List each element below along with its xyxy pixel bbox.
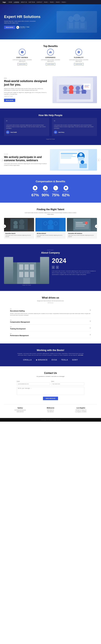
talent-card-hr: HR Recruitment Lorem ipsum dolor sit ame… <box>35 218 65 239</box>
svg-rect-26 <box>61 156 76 157</box>
nav-logo[interactable]: logo <box>3 1 6 3</box>
faq-1-header[interactable]: 01. Recruitment Staffing ∧ <box>10 308 91 312</box>
faq-3-num: 03. <box>10 326 26 328</box>
nav-landing[interactable]: LANDING <box>14 2 19 3</box>
real-world-image-box <box>53 76 97 103</box>
real-world-section: lorem Real-world solutions designed just… <box>0 71 101 108</box>
svg-rect-4 <box>69 22 73 28</box>
svg-rect-27 <box>61 158 71 158</box>
talent-carousel: ‹ Executive Search Lorem ipsum dolor sit… <box>4 218 97 239</box>
bests-highlight: our motto <box>78 354 83 356</box>
compensation-grid: Benefits 67% Trainings 90% Recruitment 7… <box>4 186 97 197</box>
about-nav: ‹ › <box>52 266 97 269</box>
how-help-section: How We Help People " Lorem ipsum dolor s… <box>0 108 101 145</box>
message-field-group <box>17 387 84 395</box>
comp-recruitment-label: Recruitment <box>52 191 59 192</box>
hero-call: 📞 Call 24hrs / 7 days number here <box>16 26 29 29</box>
call-sub: number here <box>20 28 29 28</box>
forums-carousel-prev-button[interactable]: ‹ <box>1 158 4 162</box>
forums-small-label: GUIDE <box>4 154 47 155</box>
partner-logos: CROLLA ◈ BINANCE EV3A TESLA SONY <box>4 359 97 361</box>
contact-offices: Sydney 45 Pirrama Rd PyrmontNSW 2009 AU … <box>4 404 97 412</box>
comp-benefits-percent: 67% <box>31 193 39 197</box>
how-help-title: How We Help People <box>4 114 97 117</box>
svg-point-42 <box>54 222 58 225</box>
benefits-title: Top Benefits <box>4 45 97 48</box>
nav-page2[interactable]: PAGE 2 <box>50 2 54 3</box>
flexibility-icon <box>75 49 82 56</box>
nav-page3[interactable]: PAGE 3 <box>56 2 60 3</box>
svg-rect-53 <box>25 264 29 270</box>
bests-title: Working with the Bests! <box>4 349 97 352</box>
hero-image <box>57 11 97 33</box>
talent-section: Finding the Right Talent Lorem ipsum dol… <box>0 203 101 244</box>
compensation-title: Compensation & Benefits <box>4 180 97 183</box>
about-prev-button[interactable]: ‹ <box>52 266 55 269</box>
message-textarea[interactable] <box>17 387 84 395</box>
drives-sub: Edit the text <box>4 302 97 303</box>
office-los-angeles: Los Angeles 340 Main St, Santa CALos Ang… <box>75 407 87 412</box>
svg-point-0 <box>68 16 74 22</box>
bests-paragraph: Paragraph. Lorem ipsum dolor sit amet, c… <box>17 353 84 356</box>
compensation-section: Compensation & Benefits Benefits 67% Tra… <box>0 175 101 203</box>
email-input[interactable] <box>17 382 50 386</box>
office-melbourne-address: 100 Collins St.VIC 3000 AU <box>47 409 54 412</box>
nav-home[interactable]: HOME <box>8 2 12 3</box>
comp-benefits-label: Benefits <box>31 191 39 192</box>
testimonial-2: " Lorem ipsum dolor sit amet, consectetu… <box>52 118 97 136</box>
svg-rect-56 <box>25 272 29 277</box>
faq-3-header[interactable]: 03. Training Development ∨ <box>10 326 91 330</box>
svg-rect-54 <box>30 264 34 270</box>
name-label: Name <box>51 381 84 382</box>
talent-carousel-prev-button[interactable]: ‹ <box>3 224 6 228</box>
benefit-experience-text: Lorem ipsum dolor sit amet, consectetur … <box>38 59 63 62</box>
nav-links: HOME LANDING ABOUT US OUR TEAM CONTACT P… <box>8 2 66 3</box>
nav-team[interactable]: OUR TEAM <box>28 2 35 3</box>
forums-text: GUIDE We actively participate in and con… <box>4 154 47 166</box>
real-world-body1: Aliquam erat volutpat. Lorem ipsum dolor… <box>4 88 48 91</box>
benefit-experience: EXPERIENCE Lorem ipsum dolor sit amet, c… <box>38 49 63 65</box>
name-input[interactable] <box>51 382 84 386</box>
faq-1-chevron-icon: ∧ <box>90 309 91 311</box>
about-next-button[interactable]: › <box>56 266 59 269</box>
faq-4-header[interactable]: 04. Performance Management ∨ <box>10 333 91 336</box>
forums-carousel-next-button[interactable]: › <box>97 158 100 162</box>
benefit-flexibility-btn[interactable]: LEARN MORE <box>74 63 84 65</box>
author-1-name: Paul Smith <box>10 132 17 133</box>
svg-rect-6 <box>80 23 85 28</box>
contact-form-row-1: Email Name <box>17 381 84 386</box>
svg-rect-59 <box>13 257 40 262</box>
benefit-cost-savings-btn[interactable]: LEARN MORE <box>17 63 27 65</box>
nav-page1[interactable]: PAGE 1 <box>44 2 48 3</box>
faq-2-header[interactable]: 02. Compensation Management ∨ <box>10 320 91 323</box>
phone-icon: 📞 <box>16 26 19 29</box>
real-world-image <box>53 76 97 103</box>
nav-about[interactable]: ABOUT US <box>21 2 27 3</box>
logo-binance: ◈ BINANCE <box>36 359 48 361</box>
benefit-flexibility: FLEXIBILITY Lorem ipsum dolor sit amet, … <box>67 49 91 65</box>
contact-section: Contact Us Any questions or remarks? Jus… <box>0 366 101 418</box>
benefits-section: Top Benefits COST SAVINGS Lorem ipsum do… <box>0 40 101 71</box>
svg-point-39 <box>48 220 53 225</box>
svg-rect-46 <box>76 224 86 225</box>
office-la-address: 340 Main St, Santa CALos Angeles, CA 902… <box>75 409 87 412</box>
svg-point-1 <box>73 14 80 21</box>
contact-form: Email Name SEND MESSAGE <box>17 381 84 400</box>
logo-crolla: CROLLA <box>23 359 32 361</box>
real-world-read-more-button[interactable]: READ MORE <box>4 99 15 102</box>
hero-read-more-button[interactable]: READ MORE <box>4 26 15 29</box>
office-la-city: Los Angeles <box>75 407 87 409</box>
testimonial-2-text: Lorem ipsum dolor sit amet, consectetur … <box>54 124 95 129</box>
forums-image-box <box>50 149 97 171</box>
talent-carousel-next-button[interactable]: › <box>95 224 98 228</box>
email-label: Email <box>17 381 50 382</box>
faq-item-2: 02. Compensation Management ∨ <box>10 318 91 324</box>
faq-list: 01. Recruitment Staffing ∧ Answer: Lorem… <box>10 307 91 338</box>
send-message-button[interactable]: SEND MESSAGE <box>43 397 58 400</box>
benefit-experience-btn[interactable]: LEARN MORE <box>46 63 55 65</box>
nav-contact[interactable]: CONTACT <box>36 2 42 3</box>
nav-page4[interactable]: PAGE 4 <box>62 2 66 3</box>
talent-card-innovative-image: + <box>67 218 97 232</box>
svg-point-10 <box>63 86 67 90</box>
testimonial-2-author: SP Sam Perry <box>54 130 95 134</box>
